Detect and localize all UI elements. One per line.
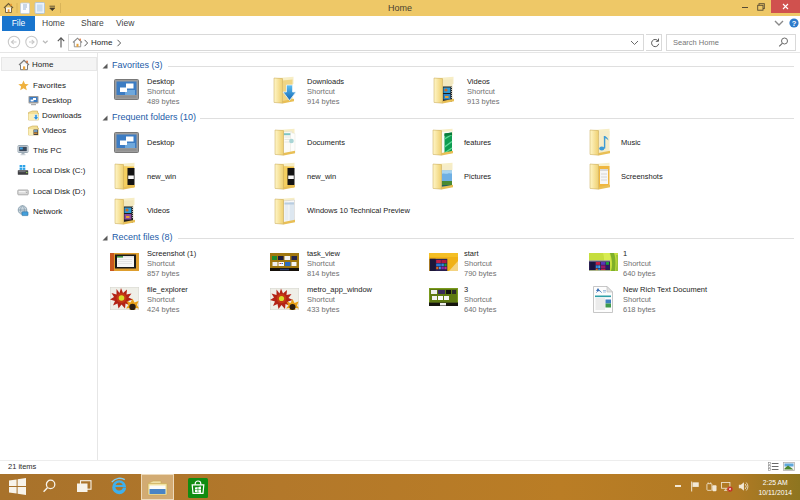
svg-text:?: ?: [792, 19, 797, 28]
